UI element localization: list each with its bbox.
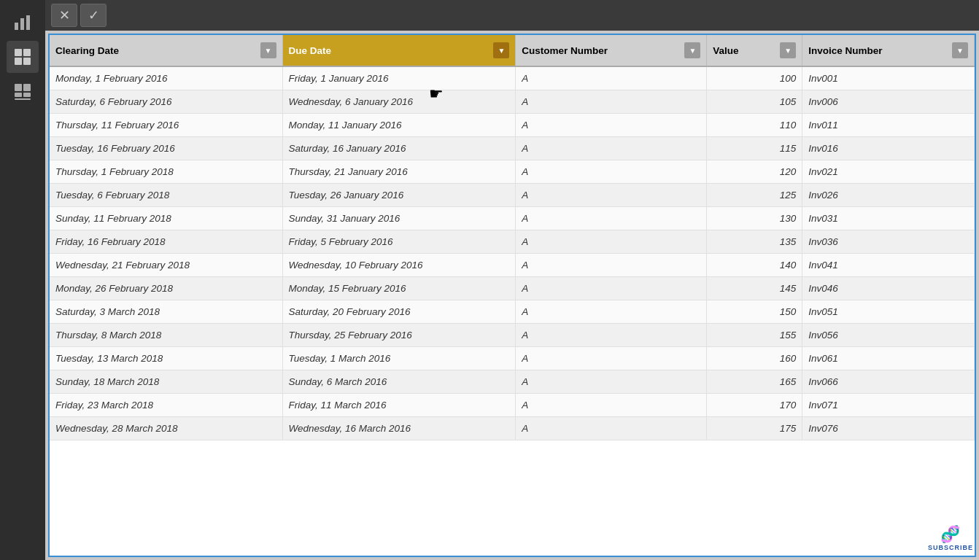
due-date-cell: Saturday, 16 January 2016 <box>282 137 516 160</box>
svg-rect-11 <box>15 98 31 100</box>
due-date-cell: Sunday, 6 March 2016 <box>282 370 516 394</box>
value-cell: 105 <box>707 90 802 114</box>
invoice-number-cell: Inv031 <box>802 207 975 230</box>
check-icon: ✓ <box>88 7 99 23</box>
value-cell: 135 <box>707 230 802 254</box>
value-cell: 145 <box>707 277 802 300</box>
customer-number-cell: A <box>516 137 707 160</box>
due-date-cell: Wednesday, 10 February 2016 <box>282 254 516 277</box>
svg-rect-3 <box>15 49 22 56</box>
invoice-number-cell: Inv021 <box>802 160 975 184</box>
value-cell: 140 <box>707 254 802 277</box>
svg-rect-2 <box>26 15 30 30</box>
toolbar: ✕ ✓ <box>45 0 979 31</box>
svg-rect-10 <box>23 93 31 97</box>
clearing-date-cell: Thursday, 11 February 2016 <box>50 114 282 137</box>
table-row: Monday, 1 February 2016Friday, 1 January… <box>50 66 975 90</box>
customer-number-dropdown[interactable]: ▼ <box>684 42 700 58</box>
clearing-date-cell: Friday, 23 March 2018 <box>50 394 282 417</box>
clearing-date-cell: Tuesday, 6 February 2018 <box>50 184 282 207</box>
clearing-date-cell: Saturday, 6 February 2016 <box>50 90 282 114</box>
clearing-date-cell: Wednesday, 21 February 2018 <box>50 254 282 277</box>
table-row: Saturday, 6 February 2016Wednesday, 6 Ja… <box>50 90 975 114</box>
customer-number-cell: A <box>516 66 707 90</box>
close-button[interactable]: ✕ <box>51 4 77 27</box>
due-date-cell: Wednesday, 16 March 2016 <box>282 417 516 440</box>
value-cell: 155 <box>707 324 802 347</box>
value-dropdown[interactable]: ▼ <box>780 42 796 58</box>
col-due-date[interactable]: Due Date ▼ <box>282 35 516 66</box>
value-cell: 175 <box>707 417 802 440</box>
table-row: Thursday, 11 February 2016Monday, 11 Jan… <box>50 114 975 137</box>
invoice-number-cell: Inv071 <box>802 394 975 417</box>
due-date-cell: Saturday, 20 February 2016 <box>282 300 516 324</box>
invoice-number-cell: Inv041 <box>802 254 975 277</box>
due-date-dropdown[interactable]: ▼ <box>493 42 509 58</box>
col-value[interactable]: Value ▼ <box>707 35 802 66</box>
svg-rect-4 <box>23 49 31 56</box>
due-date-cell: Friday, 1 January 2016 <box>282 66 516 90</box>
invoice-number-cell: Inv011 <box>802 114 975 137</box>
due-date-cell: Thursday, 21 January 2016 <box>282 160 516 184</box>
subscribe-label: SUBSCRIBE <box>928 544 973 551</box>
invoice-number-cell: Inv016 <box>802 137 975 160</box>
clearing-date-cell: Sunday, 11 February 2018 <box>50 207 282 230</box>
table-row: Wednesday, 28 March 2018Wednesday, 16 Ma… <box>50 417 975 440</box>
check-button[interactable]: ✓ <box>80 4 107 27</box>
invoice-number-cell: Inv046 <box>802 277 975 300</box>
svg-rect-7 <box>15 84 22 91</box>
customer-number-cell: A <box>516 324 707 347</box>
value-cell: 120 <box>707 160 802 184</box>
table-container[interactable]: ☛ Clearing Date ▼ Due Date ▼ <box>48 34 976 557</box>
table-row: Thursday, 8 March 2018Thursday, 25 Febru… <box>50 324 975 347</box>
svg-rect-1 <box>20 18 24 30</box>
table-row: Saturday, 3 March 2018Saturday, 20 Febru… <box>50 300 975 324</box>
table-row: Tuesday, 6 February 2018Tuesday, 26 Janu… <box>50 184 975 207</box>
customer-number-cell: A <box>516 90 707 114</box>
value-cell: 110 <box>707 114 802 137</box>
table-header-row: Clearing Date ▼ Due Date ▼ Customer Numb… <box>50 35 975 66</box>
clearing-date-cell: Sunday, 18 March 2018 <box>50 370 282 394</box>
svg-rect-9 <box>15 93 22 97</box>
clearing-date-cell: Tuesday, 13 March 2018 <box>50 347 282 370</box>
component-icon[interactable] <box>7 76 39 108</box>
main-panel: ✕ ✓ ☛ Clearing Date ▼ Du <box>45 0 979 560</box>
customer-number-cell: A <box>516 417 707 440</box>
svg-rect-6 <box>23 58 31 65</box>
due-date-cell: Friday, 5 February 2016 <box>282 230 516 254</box>
table-row: Friday, 16 February 2018Friday, 5 Februa… <box>50 230 975 254</box>
value-cell: 150 <box>707 300 802 324</box>
svg-rect-0 <box>15 23 18 30</box>
value-cell: 125 <box>707 184 802 207</box>
invoice-number-cell: Inv056 <box>802 324 975 347</box>
col-customer-number[interactable]: Customer Number ▼ <box>516 35 707 66</box>
value-cell: 165 <box>707 370 802 394</box>
grid-icon[interactable] <box>7 41 39 73</box>
table-row: Thursday, 1 February 2018Thursday, 21 Ja… <box>50 160 975 184</box>
table-row: Sunday, 18 March 2018Sunday, 6 March 201… <box>50 370 975 394</box>
invoice-number-cell: Inv036 <box>802 230 975 254</box>
table-row: Tuesday, 16 February 2016Saturday, 16 Ja… <box>50 137 975 160</box>
svg-rect-8 <box>23 84 31 91</box>
customer-number-cell: A <box>516 370 707 394</box>
subscribe-badge[interactable]: 🧬 SUBSCRIBE <box>928 525 973 551</box>
customer-number-cell: A <box>516 230 707 254</box>
table-row: Wednesday, 21 February 2018Wednesday, 10… <box>50 254 975 277</box>
table-row: Friday, 23 March 2018Friday, 11 March 20… <box>50 394 975 417</box>
clearing-date-dropdown[interactable]: ▼ <box>260 42 276 58</box>
close-icon: ✕ <box>59 7 70 23</box>
due-date-cell: Wednesday, 6 January 2016 <box>282 90 516 114</box>
due-date-cell: Monday, 15 February 2016 <box>282 277 516 300</box>
due-date-cell: Monday, 11 January 2016 <box>282 114 516 137</box>
customer-number-cell: A <box>516 160 707 184</box>
chart-icon[interactable] <box>7 6 39 38</box>
customer-number-cell: A <box>516 394 707 417</box>
clearing-date-cell: Monday, 26 February 2018 <box>50 277 282 300</box>
due-date-cell: Thursday, 25 February 2016 <box>282 324 516 347</box>
invoice-number-cell: Inv051 <box>802 300 975 324</box>
table-row: Tuesday, 13 March 2018Tuesday, 1 March 2… <box>50 347 975 370</box>
col-clearing-date[interactable]: Clearing Date ▼ <box>50 35 282 66</box>
clearing-date-cell: Friday, 16 February 2018 <box>50 230 282 254</box>
invoice-number-dropdown[interactable]: ▼ <box>952 42 968 58</box>
col-invoice-number[interactable]: Invoice Number ▼ <box>802 35 975 66</box>
